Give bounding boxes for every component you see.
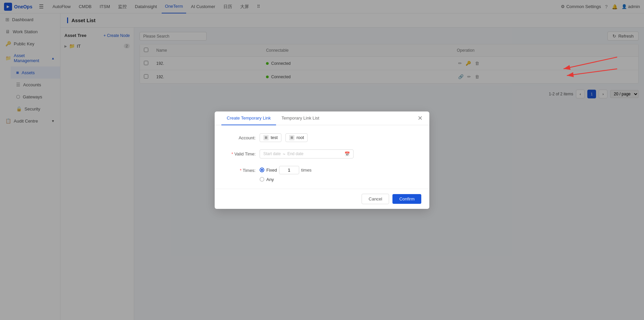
account-icon-root: ⊠	[289, 135, 294, 140]
date-range-picker[interactable]: Start date ~ End date 📅	[260, 149, 354, 158]
fixed-radio-circle	[260, 168, 264, 172]
cancel-button[interactable]: Cancel	[362, 194, 389, 204]
times-label: Times:	[225, 166, 256, 173]
tab-create-temporary-link[interactable]: Create Temporary Link	[221, 111, 276, 125]
account-label: Account:	[225, 133, 256, 140]
modal-overlay: Create Temporary Link Temporary Link Lis…	[0, 0, 644, 320]
any-radio-item[interactable]: Any	[260, 177, 312, 182]
start-date-placeholder: Start date	[263, 151, 281, 156]
account-icon-test: ⊠	[263, 135, 269, 140]
times-radio-group: Fixed times Any	[260, 166, 312, 182]
modal-body: Account: ⊠ test ⊠ root Valid Time:	[215, 125, 429, 189]
modal-tabs: Create Temporary Link Temporary Link Lis…	[215, 111, 429, 125]
account-tag-root[interactable]: ⊠ root	[285, 133, 308, 142]
fixed-radio-item[interactable]: Fixed times	[260, 166, 312, 174]
tab-temporary-link-list[interactable]: Temporary Link List	[276, 111, 325, 125]
end-date-placeholder: End date	[287, 151, 304, 156]
valid-time-row: Valid Time: Start date ~ End date 📅	[225, 149, 419, 158]
account-row: Account: ⊠ test ⊠ root	[225, 133, 419, 142]
valid-time-value: Start date ~ End date 📅	[260, 149, 419, 158]
account-tag-test[interactable]: ⊠ test	[260, 133, 281, 142]
account-value: ⊠ test ⊠ root	[260, 133, 419, 142]
times-row: Times: Fixed times Any	[225, 166, 419, 182]
modal-footer: Cancel Confirm	[215, 189, 429, 209]
create-temporary-link-modal: Create Temporary Link Temporary Link Lis…	[215, 111, 429, 209]
times-value: Fixed times Any	[260, 166, 419, 182]
calendar-icon: 📅	[344, 151, 350, 156]
confirm-button[interactable]: Confirm	[392, 194, 421, 204]
times-input[interactable]	[279, 166, 299, 174]
any-radio-circle	[260, 177, 264, 182]
modal-close-button[interactable]: ✕	[418, 111, 423, 125]
valid-time-label: Valid Time:	[225, 149, 256, 156]
date-separator: ~	[283, 151, 285, 156]
